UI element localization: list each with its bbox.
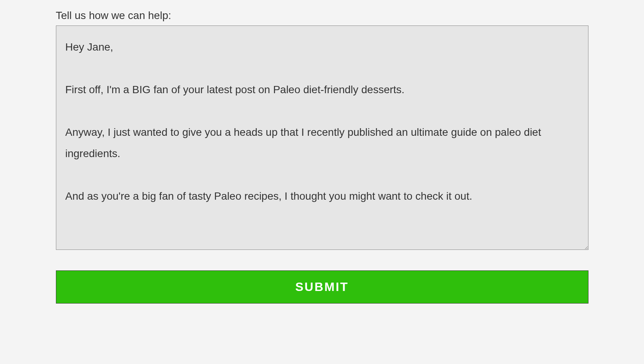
message-field-label: Tell us how we can help: (56, 10, 588, 22)
submit-button[interactable]: SUBMIT (56, 270, 588, 304)
help-form-container: Tell us how we can help: SUBMIT (56, 10, 588, 304)
help-message-textarea[interactable] (56, 25, 588, 250)
